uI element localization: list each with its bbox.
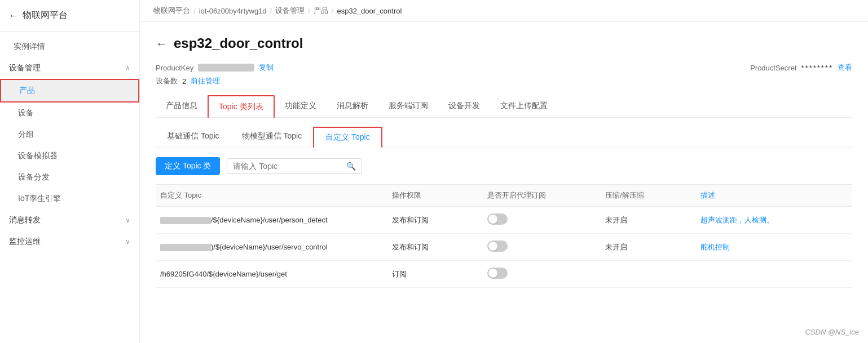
sidebar-item-device[interactable]: 设备 xyxy=(0,103,139,124)
table-header: 自定义 Topic 操作权限 是否开启代理订阅 压缩/解压缩 描述 xyxy=(156,184,852,207)
col-header-topic: 自定义 Topic xyxy=(156,190,387,201)
product-key-label: ProductKey xyxy=(156,64,193,72)
search-box: 🔍 xyxy=(227,158,362,174)
toolbar: 定义 Topic 类 🔍 xyxy=(156,157,852,175)
topic-cell-2: )/${deviceName}/user/servo_control xyxy=(156,243,387,251)
product-key-item: ProductKey 复制 xyxy=(156,63,274,73)
breadcrumb-product[interactable]: 产品 xyxy=(314,6,328,16)
tab-topic-list[interactable]: Topic 类列表 xyxy=(208,95,275,118)
topic-path-1: /${deviceName}/user/person_detect xyxy=(211,216,328,224)
meta-row-1: ProductKey 复制 ProductSecret ******** 查看 xyxy=(156,63,852,73)
op-cell-3: 订阅 xyxy=(387,269,483,279)
chevron-down-icon-2: ∨ xyxy=(125,238,130,246)
breadcrumb-instance[interactable]: iot-06z00by4rtywg1d xyxy=(199,7,267,15)
sidebar-back-button[interactable]: ← 物联网平台 xyxy=(9,10,68,21)
view-link[interactable]: 查看 xyxy=(838,63,852,73)
topic-cell-3: /h69205fG440/${deviceName}/user/get xyxy=(156,270,387,278)
breadcrumb-device-mgmt[interactable]: 设备管理 xyxy=(275,6,305,16)
breadcrumb-current: esp32_door_control xyxy=(337,7,402,15)
device-count-item: 设备数 2 前往管理 xyxy=(156,76,220,86)
page-back-button[interactable]: ← xyxy=(156,37,167,50)
compress-cell-2: 未开启 xyxy=(601,242,696,252)
toggle-knob-3 xyxy=(488,269,497,278)
compress-cell-1: 未开启 xyxy=(601,215,696,225)
proxy-toggle-2[interactable] xyxy=(487,240,508,252)
toggle-knob-1 xyxy=(488,215,497,224)
content-area: ← esp32_door_control ProductKey 复制 Produ… xyxy=(140,22,868,343)
tab-device-dev[interactable]: 设备开发 xyxy=(438,95,490,118)
tab-product-info[interactable]: 产品信息 xyxy=(156,95,208,118)
product-key-value xyxy=(198,64,254,72)
tab-file-upload[interactable]: 文件上传配置 xyxy=(490,95,558,118)
tab-msg-parse[interactable]: 消息解析 xyxy=(327,95,378,118)
breadcrumb-sep-2: / xyxy=(270,7,272,15)
breadcrumb-sep-1: / xyxy=(193,7,196,15)
op-cell-2: 发布和订阅 xyxy=(387,242,483,252)
product-secret-value: ******** xyxy=(801,64,833,72)
proxy-toggle-1[interactable] xyxy=(487,213,508,225)
back-arrow-icon: ← xyxy=(9,11,18,21)
meta-row-2: 设备数 2 前往管理 xyxy=(156,76,852,86)
col-header-compress: 压缩/解压缩 xyxy=(601,190,696,201)
desc-cell-2: 舵机控制 xyxy=(696,242,852,252)
col-header-desc: 描述 xyxy=(696,190,852,201)
sidebar-item-msg-forward[interactable]: 消息转发 ∨ xyxy=(0,210,139,231)
sidebar-item-instance[interactable]: 实例详情 xyxy=(0,36,139,57)
table-row: /h69205fG440/${deviceName}/user/get 订阅 xyxy=(156,261,852,288)
product-secret-item: ProductSecret ******** 查看 xyxy=(750,63,852,73)
search-input[interactable] xyxy=(233,162,342,171)
sidebar-item-distribute[interactable]: 设备分发 xyxy=(0,167,139,188)
chevron-down-icon: ∨ xyxy=(125,216,130,224)
topic-path-3: /h69205fG440/${deviceName}/user/get xyxy=(160,270,287,278)
breadcrumb: 物联网平台 / iot-06z00by4rtywg1d / 设备管理 / 产品 … xyxy=(140,0,868,22)
sidebar-title: 物联网平台 xyxy=(23,10,68,21)
sidebar-nav: 实例详情 设备管理 ∧ 产品 设备 分组 设备模拟器 设备分发 IoT孪生引擎 … xyxy=(0,32,139,343)
topic-prefix-blur-1 xyxy=(160,217,211,224)
table-row: )/${deviceName}/user/servo_control 发布和订阅… xyxy=(156,234,852,261)
sidebar-item-iot-twin[interactable]: IoT孪生引擎 xyxy=(0,188,139,210)
sidebar-header: ← 物联网平台 xyxy=(0,0,139,32)
tab-func-def[interactable]: 功能定义 xyxy=(275,95,327,118)
watermark: CSDN @NS_ice xyxy=(805,328,859,336)
breadcrumb-sep-4: / xyxy=(332,7,334,15)
sidebar-item-group[interactable]: 分组 xyxy=(0,124,139,145)
manage-link[interactable]: 前往管理 xyxy=(191,76,220,86)
op-cell-1: 发布和订阅 xyxy=(387,215,483,225)
sidebar-item-monitor[interactable]: 监控运维 ∨ xyxy=(0,231,139,252)
proxy-cell-1 xyxy=(483,213,601,226)
col-header-proxy: 是否开启代理订阅 xyxy=(483,190,601,201)
sidebar-item-simulator[interactable]: 设备模拟器 xyxy=(0,145,139,167)
col-header-op: 操作权限 xyxy=(387,190,483,201)
device-count-value: 2 xyxy=(182,77,186,86)
chevron-up-icon: ∧ xyxy=(125,64,130,72)
topic-prefix-blur-2 xyxy=(160,244,211,251)
product-secret-label: ProductSecret xyxy=(750,64,796,72)
tab-model-topic[interactable]: 物模型通信 Topic xyxy=(231,127,314,148)
tab-server-sub[interactable]: 服务端订阅 xyxy=(378,95,438,118)
proxy-toggle-3[interactable] xyxy=(487,268,508,279)
page-title: esp32_door_control xyxy=(174,35,303,51)
sidebar-item-product[interactable]: 产品 xyxy=(0,79,139,103)
breadcrumb-iot[interactable]: 物联网平台 xyxy=(153,6,190,16)
desc-cell-1: 超声波测距，人检测。 xyxy=(696,215,852,225)
table-row: /${deviceName}/user/person_detect 发布和订阅 … xyxy=(156,207,852,234)
proxy-cell-2 xyxy=(483,240,601,253)
define-topic-button[interactable]: 定义 Topic 类 xyxy=(156,157,220,175)
device-count-label: 设备数 xyxy=(156,76,178,86)
breadcrumb-sep-3: / xyxy=(308,7,310,15)
copy-link[interactable]: 复制 xyxy=(259,63,274,73)
toggle-knob-2 xyxy=(488,242,497,251)
page-title-row: ← esp32_door_control xyxy=(156,35,852,51)
search-icon[interactable]: 🔍 xyxy=(346,162,356,171)
tab-custom-topic[interactable]: 自定义 Topic xyxy=(313,127,382,148)
topic-cell-1: /${deviceName}/user/person_detect xyxy=(156,216,387,224)
tabs-secondary: 基础通信 Topic 物模型通信 Topic 自定义 Topic xyxy=(156,127,852,148)
tab-basic-topic[interactable]: 基础通信 Topic xyxy=(156,127,231,148)
proxy-cell-3 xyxy=(483,268,601,280)
sidebar-item-device-mgmt[interactable]: 设备管理 ∧ xyxy=(0,57,139,79)
topic-table: 自定义 Topic 操作权限 是否开启代理订阅 压缩/解压缩 描述 /${dev… xyxy=(156,184,852,288)
topic-path-2: )/${deviceName}/user/servo_control xyxy=(211,243,328,251)
main-content: 物联网平台 / iot-06z00by4rtywg1d / 设备管理 / 产品 … xyxy=(140,0,868,343)
tabs-primary: 产品信息 Topic 类列表 功能定义 消息解析 服务端订阅 设备开发 文件上传… xyxy=(156,95,852,118)
sidebar: ← 物联网平台 实例详情 设备管理 ∧ 产品 设备 分组 设备模拟器 设备分发 … xyxy=(0,0,140,343)
